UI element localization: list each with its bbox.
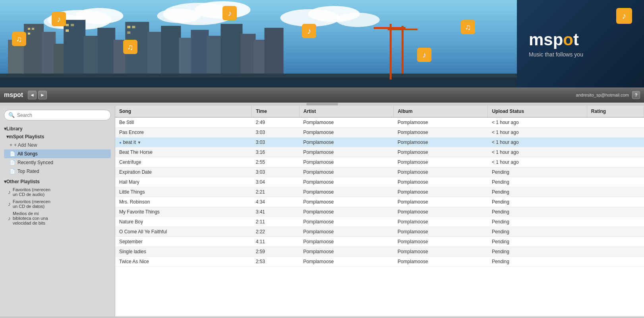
rating-cell <box>587 128 644 138</box>
status-cell: < 1 hour ago <box>488 157 587 167</box>
song-cell: Beat The Horse <box>115 147 252 157</box>
user-email: andresito_sp@hotmail.com <box>576 93 629 97</box>
song-cell: September <box>115 237 252 247</box>
search-box[interactable]: 🔍 <box>4 110 111 120</box>
table-row[interactable]: Hail Mary3:04PomplamoosePomplamoosePendi… <box>115 177 644 187</box>
album-cell: Pomplamoose <box>394 227 488 237</box>
brand-title: mspot <box>529 30 579 49</box>
rating-cell <box>587 147 644 157</box>
time-cell: 4:11 <box>252 237 300 247</box>
status-cell: Pending <box>488 247 587 257</box>
sidebar-item-recently-synced[interactable]: 📄 Recently Synced <box>4 158 111 167</box>
back-button[interactable]: ◄ <box>28 91 37 99</box>
rating-cell <box>587 117 644 128</box>
playlist-item-2[interactable]: ♪ Medios de mibiblioteca con unavelocida… <box>4 210 111 227</box>
search-input[interactable] <box>17 112 106 118</box>
rating-cell <box>587 227 644 237</box>
time-cell: 2:49 <box>252 117 300 128</box>
time-cell: 2:55 <box>252 157 300 167</box>
status-cell: < 1 hour ago <box>488 117 587 128</box>
music-note-icon-3: ♪ <box>222 6 237 20</box>
search-icon: 🔍 <box>8 112 15 118</box>
help-button[interactable]: ? <box>632 91 640 99</box>
table-row[interactable]: O Come All Ye Faithful2:22PomplamoosePom… <box>115 227 644 237</box>
svg-point-6 <box>157 9 201 23</box>
song-name: Centrifuge <box>119 159 141 165</box>
table-row[interactable]: My Favorite Things3:41PomplamoosePomplam… <box>115 207 644 217</box>
table-row[interactable]: Be Still2:49PomplamoosePomplamoose< 1 ho… <box>115 117 644 128</box>
music-note-icon-1: ♪ <box>52 12 66 26</box>
album-cell: Pomplamoose <box>394 128 488 138</box>
table-row[interactable]: Twice As Nice2:53PomplamoosePomplamooseP… <box>115 257 644 267</box>
song-cell: Mrs. Robinson <box>115 197 252 207</box>
table-row[interactable]: ● beat it ▼3:03PomplamoosePomplamoose< 1… <box>115 138 644 147</box>
album-cell: Pomplamoose <box>394 177 488 187</box>
recently-synced-icon: 📄 <box>10 160 15 165</box>
song-name: Expiration Date <box>119 169 152 175</box>
status-cell: Pending <box>488 227 587 237</box>
table-row[interactable]: Mrs. Robinson4:34PomplamoosePomplamooseP… <box>115 197 644 207</box>
forward-button[interactable]: ► <box>38 91 47 99</box>
library-section-title: ▾Library <box>4 126 111 132</box>
song-name: My Favorite Things <box>119 209 160 215</box>
song-cell: Nature Boy <box>115 217 252 227</box>
album-cell: Pomplamoose <box>394 197 488 207</box>
table-header: Song Time Artist Album Upload Status Rat… <box>115 106 644 117</box>
album-cell: Pomplamoose <box>394 257 488 267</box>
playing-indicator: ● <box>119 140 122 145</box>
song-cell: ● beat it ▼ <box>115 138 252 147</box>
song-name: Mrs. Robinson <box>119 199 150 205</box>
song-dropdown-arrow[interactable]: ▼ <box>137 140 141 145</box>
table-row[interactable]: Little Things2:21PomplamoosePomplamooseP… <box>115 187 644 197</box>
table-row[interactable]: Pas Encore3:03PomplamoosePomplamoose< 1 … <box>115 128 644 138</box>
song-name: September <box>119 239 143 244</box>
artist-cell: Pomplamoose <box>299 207 393 217</box>
other-playlists-title: ▾Other Playlists <box>4 179 111 184</box>
rating-cell <box>587 138 644 147</box>
album-cell: Pomplamoose <box>394 147 488 157</box>
table-row[interactable]: Beat The Horse3:16PomplamoosePomplamoose… <box>115 147 644 157</box>
svg-rect-37 <box>66 24 69 26</box>
top-rated-icon: 📄 <box>10 169 15 174</box>
status-cell: Pending <box>488 257 587 267</box>
artist-cell: Pomplamoose <box>299 197 393 207</box>
table-row[interactable]: Single ladies2:59PomplamoosePomplamooseP… <box>115 247 644 257</box>
rating-cell <box>587 177 644 187</box>
col-song: Song <box>115 106 252 117</box>
table-row[interactable]: Centrifuge2:55PomplamoosePomplamoose< 1 … <box>115 157 644 167</box>
brand-note-icon: ♪ <box>616 8 632 24</box>
time-cell: 4:34 <box>252 197 300 207</box>
status-cell: < 1 hour ago <box>488 128 587 138</box>
status-cell: Pending <box>488 217 587 227</box>
album-cell: Pomplamoose <box>394 247 488 257</box>
table-row[interactable]: September4:11PomplamoosePomplamoosePendi… <box>115 237 644 247</box>
sidebar-item-all-songs[interactable]: 📄 All Songs <box>4 149 111 158</box>
col-album: Album <box>394 106 488 117</box>
playlist-item-1[interactable]: ♪ Favoritos (merecenun CD de datos) <box>4 198 111 210</box>
scroll-hint <box>0 103 644 106</box>
sidebar-item-top-rated[interactable]: 📄 Top Rated <box>4 167 111 176</box>
content-area: Song Time Artist Album Upload Status Rat… <box>115 106 644 316</box>
table-row[interactable]: Expiration Date3:03PomplamoosePomplamoos… <box>115 167 644 177</box>
table-row[interactable]: Nature Boy2:11PomplamoosePomplamoosePend… <box>115 217 644 227</box>
song-cell: My Favorite Things <box>115 207 252 217</box>
time-cell: 3:16 <box>252 147 300 157</box>
song-name: Nature Boy <box>119 219 143 225</box>
add-new-item[interactable]: + + Add New <box>4 141 111 149</box>
song-cell: Single ladies <box>115 247 252 257</box>
col-artist: Artist <box>299 106 393 117</box>
artist-cell: Pomplamoose <box>299 247 393 257</box>
add-new-label: + Add New <box>14 142 37 148</box>
col-status: Upload Status <box>488 106 587 117</box>
song-cell: Little Things <box>115 187 252 197</box>
rating-cell <box>587 217 644 227</box>
svg-rect-42 <box>127 31 130 34</box>
rating-cell <box>587 247 644 257</box>
status-cell: Pending <box>488 207 587 217</box>
rating-cell <box>587 257 644 267</box>
playlist-item-0[interactable]: ♪ Favoritos (merecenun CD de audio) <box>4 186 111 198</box>
rating-cell <box>587 207 644 217</box>
playlist-label-0: Favoritos (merecenun CD de audio) <box>13 187 50 197</box>
album-cell: Pomplamoose <box>394 187 488 197</box>
header-banner: ♪ ♫ ♪ ♫ ♪ ♪ ♫ ♪ mspot Music that follows… <box>0 0 644 87</box>
